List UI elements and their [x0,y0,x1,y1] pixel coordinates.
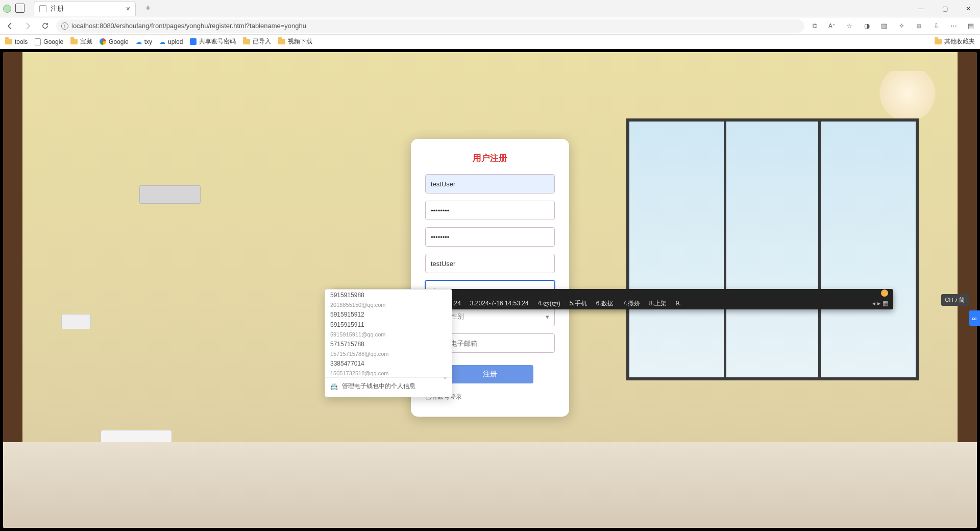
autofill-manage[interactable]: 📇 管理电子钱包中的个人信息 [325,377,452,395]
bookmark-tools[interactable]: tools [5,38,28,45]
folder-icon [278,39,285,44]
ime-candidate[interactable]: 8.上架 [649,299,667,308]
wallet-icon: 📇 [330,383,338,390]
new-tab-button[interactable]: + [141,2,155,16]
bookmark-shared[interactable]: 共享账号密码 [190,37,236,46]
page-viewport: 用户注册 请选择性别 ▾ 注册 已有账号登录 sj 1.15915915988 … [0,49,980,531]
bookmarks-bar: tools Google 宝藏 Google ☁txy ☁uplod 共享账号密… [0,35,980,49]
autofill-scroll-icon[interactable]: ⌄ [443,373,448,380]
google-icon [100,38,106,45]
bookmark-baozang[interactable]: 宝藏 [70,37,92,46]
ime-candidate[interactable]: 9. [676,300,681,307]
folder-icon [243,39,250,44]
ime-logo-icon [881,289,888,297]
window-close-button[interactable]: ✕ [957,0,980,17]
reader-icon[interactable]: ⧉ [810,21,820,31]
autofill-item[interactable]: 5715715788 [325,339,452,349]
folder-icon [5,39,12,44]
bookmark-uplod[interactable]: ☁uplod [159,38,183,45]
nickname-input[interactable] [425,254,555,273]
autofill-dropdown[interactable]: 5915915988 2016855150@qq.com 5915915912 … [325,289,452,397]
username-input[interactable] [425,174,555,194]
window-maximize-button[interactable]: ▢ [933,0,957,17]
bookmark-google[interactable]: Google [100,38,129,45]
reload-button[interactable] [39,20,51,32]
split-icon[interactable]: ▥ [879,21,889,31]
bookmark-video[interactable]: 视频下载 [278,37,312,46]
window-titlebar: 注册 × + — ▢ ✕ [0,0,980,17]
ime-prev-icon[interactable]: ◂ [872,300,875,307]
password-input[interactable] [425,201,555,220]
wall-panel [139,185,201,204]
page-icon [35,38,41,45]
text-size-icon[interactable]: A⁺ [827,21,837,31]
folder-icon [935,39,942,44]
browser-toolbar: i localhost:8080/ershoufang/front/pages/… [0,17,980,35]
back-button[interactable] [4,20,16,32]
ime-expand-icon[interactable]: ▦ [883,300,888,307]
chevron-down-icon: ▾ [546,313,549,321]
forward-button [21,20,34,32]
autofill-item[interactable]: 3385477014 [325,358,452,368]
sidebar-icon[interactable]: ▤ [966,21,976,31]
cloud-icon: ☁ [159,38,165,45]
tab-close-icon[interactable]: × [126,5,130,13]
browser-tab[interactable]: 注册 × [34,1,136,16]
bookmark-overflow[interactable]: 其他收藏夹 [935,37,975,46]
autofill-item[interactable]: 15715715788@qq.com [325,349,452,358]
autofill-item[interactable]: 2016855150@qq.com [325,300,452,309]
favorite-icon[interactable]: ☆ [844,21,854,31]
tab-favicon-icon [39,5,46,12]
ime-candidate[interactable]: 6.数据 [596,299,614,308]
register-button[interactable]: 注册 [447,365,533,383]
password-confirm-input[interactable] [425,227,555,247]
autofill-item[interactable]: 5915915912 [325,309,452,319]
favorites-bar-icon[interactable]: ✧ [896,21,906,31]
ime-next-icon[interactable]: ▸ [877,300,880,307]
tab-actions-icon[interactable] [16,5,24,13]
autofill-item[interactable]: 5915915911 [325,319,452,329]
window-minimize-button[interactable]: — [910,0,933,17]
wall-socket [61,314,91,329]
balcony-window [626,118,918,380]
address-bar[interactable]: i localhost:8080/ershoufang/front/pages/… [56,19,804,33]
collections-icon[interactable]: ◑ [862,21,872,31]
folder-icon [70,39,78,44]
bookmark-imported[interactable]: 已导入 [243,37,271,46]
bookmark-txy[interactable]: ☁txy [136,38,152,45]
extensions-icon[interactable]: ⊕ [914,21,924,31]
url-text: localhost:8080/ershoufang/front/pages/yo… [71,22,306,30]
ime-candidate[interactable]: 5.手机 [570,299,587,308]
app-icon [190,38,197,45]
cloud-icon: ☁ [136,38,142,45]
autofill-item[interactable]: 5915915911@qq.com [325,329,452,339]
autofill-item[interactable]: 5915915988 [325,289,452,300]
tab-title: 注册 [51,4,64,13]
floor [3,442,977,528]
autofill-item[interactable]: 15051732518@qq.com [325,368,452,377]
side-handle[interactable]: ∞ [969,310,980,326]
ime-candidate[interactable]: 4.ლ(ლ) [538,300,560,307]
ime-mode-badge[interactable]: CH ♪ 简 [941,294,969,306]
downloads-icon[interactable]: ⇩ [931,21,941,31]
site-info-icon[interactable]: i [61,22,68,30]
register-title: 用户注册 [425,152,555,164]
link-icon: ∞ [972,315,976,322]
profile-avatar-icon[interactable] [3,5,11,13]
more-icon[interactable]: ⋯ [948,21,959,31]
ime-candidate[interactable]: 3.2024-7-16 14:53:24 [470,300,529,307]
bookmark-google-page[interactable]: Google [35,38,63,45]
ime-candidate[interactable]: 7.撒娇 [623,299,640,308]
